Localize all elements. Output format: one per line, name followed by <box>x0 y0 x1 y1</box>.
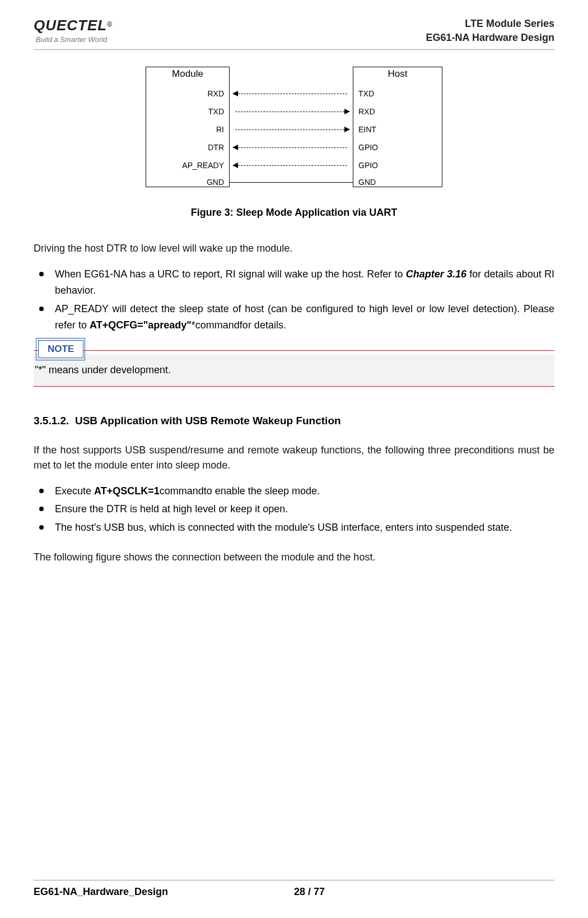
doc-title: EG61-NA Hardware Design <box>426 31 554 45</box>
section-title: USB Application with USB Remote Wakeup F… <box>75 415 341 426</box>
module-sig-gnd: GND <box>146 178 224 187</box>
page-header: QUECTEL® Build a Smarter World LTE Modul… <box>34 17 554 50</box>
note-content: "*" means under development. <box>34 354 554 387</box>
footer-doc-name: EG61-NA_Hardware_Design <box>34 886 294 898</box>
footer-page-number: 28 / 77 <box>294 886 325 898</box>
module-sig-rxd: RXD <box>146 89 224 98</box>
module-sig-apready: AP_READY <box>146 161 224 170</box>
section-number: 3.5.1.2. <box>34 415 69 426</box>
list-item: The host's USB bus, which is connected w… <box>34 520 554 536</box>
b1-pre: When EG61-NA has a URC to report, RI sig… <box>55 268 406 280</box>
paragraph-2: If the host supports USB suspend/resume … <box>34 443 554 473</box>
series-title: LTE Module Series <box>426 17 554 31</box>
note-box: NOTE "*" means under development. <box>34 350 554 387</box>
registered-icon: ® <box>107 21 112 29</box>
header-right: LTE Module Series EG61-NA Hardware Desig… <box>426 17 554 45</box>
host-title: Host <box>353 68 442 80</box>
chapter-ref: Chapter 3.16 <box>406 268 466 280</box>
list-item: AP_READY will detect the sleep state of … <box>34 301 554 333</box>
logo-text: QUECTEL <box>34 17 107 34</box>
note-top-rule <box>34 350 554 351</box>
host-sig-rxd: RXD <box>358 107 375 116</box>
logo-block: QUECTEL® Build a Smarter World <box>34 17 112 44</box>
host-sig-gpio1: GPIO <box>358 143 378 152</box>
list-item: When EG61-NA has a URC to report, RI sig… <box>34 266 554 299</box>
at-command-1: AT+QCFG="apready" <box>90 319 192 331</box>
list-item: Ensure the DTR is held at high level or … <box>34 501 554 517</box>
line-rxd <box>238 94 347 94</box>
logo-tagline: Build a Smarter World <box>36 35 112 44</box>
bullet-list-2: Execute AT+QSCLK=1commandto enable the s… <box>34 483 554 536</box>
bullet-list-1: When EG61-NA has a URC to report, RI sig… <box>34 266 554 333</box>
line-ri <box>235 129 344 130</box>
host-sig-gnd: GND <box>358 178 376 187</box>
module-sig-txd: TXD <box>146 107 224 116</box>
line-gnd <box>230 182 353 183</box>
arrow-txd-icon <box>344 109 350 114</box>
section-heading: 3.5.1.2. USB Application with USB Remote… <box>34 415 554 427</box>
logo-main: QUECTEL® <box>34 17 112 34</box>
b2-1-post: commandto enable the sleep mode. <box>160 485 320 497</box>
line-dtr <box>238 147 347 148</box>
line-apready <box>238 165 347 166</box>
paragraph-3: The following figure shows the connectio… <box>34 550 554 565</box>
paragraph-1: Driving the host DTR to low level will w… <box>34 241 554 256</box>
module-sig-ri: RI <box>146 125 224 134</box>
at-command-2: AT+QSCLK=1 <box>94 485 160 497</box>
page-footer: EG61-NA_Hardware_Design 28 / 77 <box>34 880 554 898</box>
note-label: NOTE <box>38 340 83 358</box>
arrow-apready-icon <box>232 163 238 168</box>
line-txd <box>235 112 344 112</box>
module-sig-dtr: DTR <box>146 143 224 152</box>
b2-post: *commandfor details. <box>192 319 286 331</box>
figure-caption: Figure 3: Sleep Mode Application via UAR… <box>34 207 554 219</box>
b2-1-pre: Execute <box>55 485 94 497</box>
arrow-ri-icon <box>344 127 350 132</box>
uart-diagram: Module Host RXD TXD RI DTR AP_READY GND … <box>146 67 442 196</box>
module-title: Module <box>146 68 229 80</box>
host-sig-txd: TXD <box>358 89 374 98</box>
host-sig-eint: EINT <box>358 125 376 134</box>
arrow-dtr-icon <box>232 145 238 150</box>
list-item: Execute AT+QSCLK=1commandto enable the s… <box>34 483 554 499</box>
arrow-rxd-icon <box>232 91 238 96</box>
host-sig-gpio2: GPIO <box>358 161 378 170</box>
